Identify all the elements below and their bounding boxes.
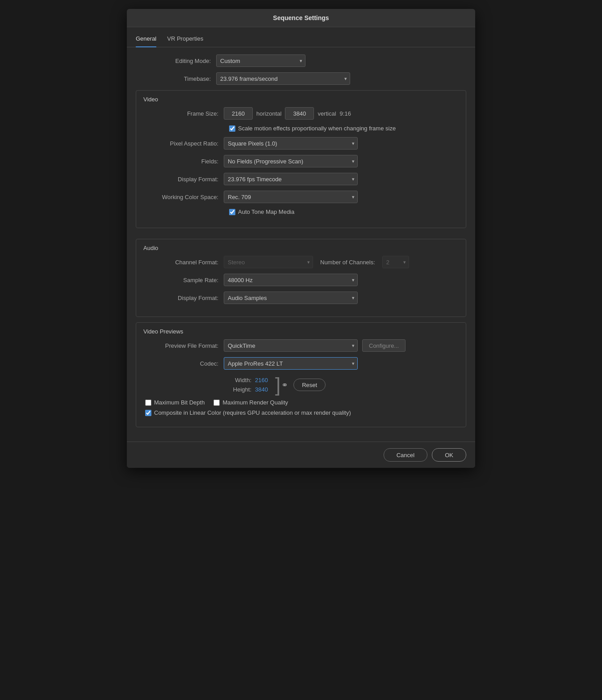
dialog-content: Editing Mode: Custom Timebase: 23.976 fr…: [127, 47, 475, 442]
preview-file-format-select-wrapper: QuickTime: [224, 339, 358, 352]
bracket-icon: ]: [275, 375, 280, 395]
preview-file-format-label: Preview File Format:: [143, 342, 224, 349]
codec-select-wrapper: Apple ProRes 422 LT: [224, 357, 358, 370]
editing-mode-label: Editing Mode:: [136, 58, 216, 64]
video-section: Video Frame Size: horizontal vertical 9:…: [136, 90, 466, 228]
working-color-row: Working Color Space: Rec. 709: [143, 191, 459, 203]
audio-section: Audio Channel Format: Stereo Number of C…: [136, 239, 466, 317]
display-format-row: Display Format: 23.976 fps Timecode: [143, 173, 459, 185]
codec-label: Codec:: [143, 360, 224, 367]
audio-display-format-row: Display Format: Audio Samples: [143, 292, 459, 304]
editing-mode-select[interactable]: Custom: [216, 54, 305, 67]
num-channels-select-wrapper: 2: [382, 256, 409, 268]
video-previews-title: Video Previews: [143, 328, 459, 335]
composite-row: Composite in Linear Color (requires GPU …: [145, 409, 459, 416]
max-bit-depth-checkbox[interactable]: [145, 400, 151, 406]
channel-format-row: Channel Format: Stereo Number of Channel…: [143, 256, 459, 268]
timebase-label: Timebase:: [136, 75, 216, 82]
height-row: Height: 3840: [229, 386, 268, 393]
scale-checkbox-row: Scale motion effects proportionally when…: [229, 125, 459, 132]
frame-height-input[interactable]: [285, 107, 314, 120]
sequence-settings-dialog: Sequence Settings General VR Properties …: [127, 9, 475, 468]
working-color-label: Working Color Space:: [143, 194, 224, 200]
frame-size-inputs: horizontal vertical 9:16: [224, 107, 351, 120]
frame-size-label: Frame Size:: [143, 110, 224, 117]
sample-rate-select-wrapper: 48000 Hz: [224, 274, 358, 286]
fields-select-wrapper: No Fields (Progressive Scan): [224, 155, 358, 167]
composite-label[interactable]: Composite in Linear Color (requires GPU …: [154, 409, 351, 416]
max-render-quality-group: Maximum Render Quality: [213, 399, 288, 406]
channel-format-label: Channel Format:: [143, 259, 224, 266]
aspect-ratio: 9:16: [340, 110, 351, 117]
width-height-group: Width: 2160 Height: 3840 ] ⚭ Reset: [229, 375, 459, 395]
width-value: 2160: [255, 377, 268, 383]
tabs-bar: General VR Properties: [127, 27, 475, 47]
channel-format-group: Stereo Number of Channels: 2: [224, 256, 409, 268]
auto-tone-checkbox-row: Auto Tone Map Media: [229, 208, 459, 215]
frame-size-row: Frame Size: horizontal vertical 9:16: [143, 107, 459, 120]
sample-rate-label: Sample Rate:: [143, 277, 224, 283]
sample-rate-select[interactable]: 48000 Hz: [224, 274, 358, 286]
dialog-title: Sequence Settings: [127, 9, 475, 27]
editing-mode-row: Editing Mode: Custom: [136, 54, 466, 67]
pixel-aspect-label: Pixel Aspect Ratio:: [143, 140, 224, 147]
reset-button[interactable]: Reset: [293, 379, 326, 391]
tab-vr-properties[interactable]: VR Properties: [167, 33, 203, 47]
height-value: 3840: [255, 386, 268, 393]
channel-format-select-wrapper: Stereo: [224, 256, 313, 268]
display-format-label: Display Format:: [143, 176, 224, 183]
preview-file-format-row: Preview File Format: QuickTime Configure…: [143, 339, 459, 352]
scale-checkbox-label[interactable]: Scale motion effects proportionally when…: [238, 125, 396, 132]
timebase-select-wrapper: 23.976 frames/second: [216, 72, 350, 85]
sample-rate-row: Sample Rate: 48000 Hz: [143, 274, 459, 286]
max-bit-depth-label[interactable]: Maximum Bit Depth: [154, 399, 205, 406]
editing-mode-select-wrapper: Custom: [216, 54, 305, 67]
codec-select[interactable]: Apple ProRes 422 LT: [224, 357, 358, 370]
audio-display-format-label: Display Format:: [143, 295, 224, 301]
auto-tone-label[interactable]: Auto Tone Map Media: [238, 208, 294, 215]
configure-button[interactable]: Configure...: [362, 339, 406, 352]
video-previews-section: Video Previews Preview File Format: Quic…: [136, 322, 466, 427]
bottom-checkboxes: Maximum Bit Depth Maximum Render Quality: [145, 399, 459, 406]
scale-checkbox[interactable]: [229, 125, 235, 132]
timebase-row: Timebase: 23.976 frames/second: [136, 72, 466, 85]
timebase-select[interactable]: 23.976 frames/second: [216, 72, 350, 85]
preview-file-format-select[interactable]: QuickTime: [224, 339, 358, 352]
dialog-footer: Cancel OK: [127, 442, 475, 468]
num-channels-label: Number of Channels:: [320, 259, 375, 266]
width-label: Width:: [229, 377, 251, 383]
codec-row: Codec: Apple ProRes 422 LT: [143, 357, 459, 370]
fields-label: Fields:: [143, 158, 224, 165]
audio-display-format-select-wrapper: Audio Samples: [224, 292, 358, 304]
wh-inputs: Width: 2160 Height: 3840: [229, 377, 268, 393]
display-format-select-wrapper: 23.976 fps Timecode: [224, 173, 358, 185]
width-row: Width: 2160: [229, 377, 268, 383]
frame-width-input[interactable]: [224, 107, 253, 120]
audio-display-format-select[interactable]: Audio Samples: [224, 292, 358, 304]
fields-select[interactable]: No Fields (Progressive Scan): [224, 155, 358, 167]
max-render-quality-label[interactable]: Maximum Render Quality: [222, 399, 288, 406]
working-color-select[interactable]: Rec. 709: [224, 191, 358, 203]
pixel-aspect-row: Pixel Aspect Ratio: Square Pixels (1.0): [143, 137, 459, 150]
tab-general[interactable]: General: [136, 33, 156, 47]
fields-row: Fields: No Fields (Progressive Scan): [143, 155, 459, 167]
audio-section-title: Audio: [143, 245, 459, 251]
cancel-button[interactable]: Cancel: [384, 448, 427, 462]
height-label: Height:: [229, 386, 251, 393]
bracket-link-group: ] ⚭: [275, 375, 288, 395]
auto-tone-checkbox[interactable]: [229, 209, 235, 215]
pixel-aspect-select-wrapper: Square Pixels (1.0): [224, 137, 358, 150]
num-channels-select: 2: [382, 256, 409, 268]
vertical-text: vertical: [318, 110, 336, 117]
max-render-quality-checkbox[interactable]: [213, 400, 220, 406]
link-icon[interactable]: ⚭: [281, 380, 288, 390]
ok-button[interactable]: OK: [432, 448, 466, 462]
max-bit-depth-group: Maximum Bit Depth: [145, 399, 205, 406]
working-color-select-wrapper: Rec. 709: [224, 191, 358, 203]
video-section-title: Video: [143, 96, 459, 103]
composite-checkbox[interactable]: [145, 410, 151, 416]
display-format-select[interactable]: 23.976 fps Timecode: [224, 173, 358, 185]
channel-format-select: Stereo: [224, 256, 313, 268]
horizontal-text: horizontal: [256, 110, 281, 117]
pixel-aspect-select[interactable]: Square Pixels (1.0): [224, 137, 358, 150]
